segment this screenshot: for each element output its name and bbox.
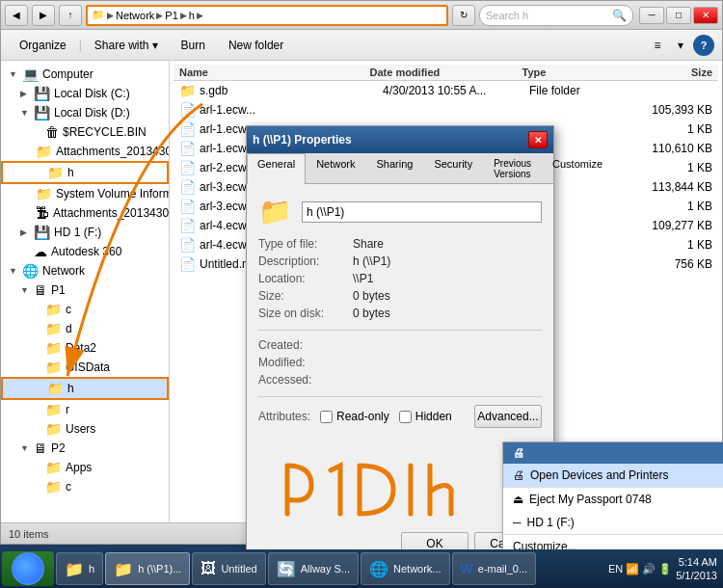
table-row[interactable]: 📄 arl-1.ecw... 105,393 KB [174,100,718,120]
back-button[interactable]: ◀ [5,5,28,26]
volume-icon: 🔊 [642,563,656,575]
taskbar-item-network2[interactable]: 🌐 Network... [361,552,450,585]
sidebar-item-data2[interactable]: 📁 Data2 [1,338,169,358]
burn-button[interactable]: Burn [171,35,216,56]
organize-button[interactable]: Organize [9,35,77,56]
help-button[interactable]: ? [693,35,714,56]
sidebar-label-h-d: h [67,166,74,179]
sidebar-item-users[interactable]: 📁 Users [1,419,169,439]
dialog-close-button[interactable]: ✕ [528,131,548,148]
address-bar[interactable]: 📁 ▶ Network ▶ P1 ▶ h ▶ [86,5,448,26]
tab-customize[interactable]: Customize [542,153,613,183]
up-button[interactable]: ↑ [59,5,82,26]
taskbar-item-email[interactable]: W e-mail_0... [452,552,537,585]
new-folder-button[interactable]: New folder [218,35,294,56]
hidden-checkbox[interactable] [399,411,412,423]
tab-security[interactable]: Security [423,153,483,183]
sidebar-label-r-share: r [66,403,69,416]
maximize-button[interactable]: □ [666,7,691,24]
dialog-title-bar: h (\\P1) Properties ✕ [247,126,553,153]
sidebar-item-attachments[interactable]: 📁 Attachments_2013430_A... [1,142,169,161]
minimize-button[interactable]: ─ [639,7,664,24]
col-date-header[interactable]: Date modified [370,67,522,78]
accessed-value [353,373,542,387]
tab-prev-versions[interactable]: Previous Versions [483,153,542,183]
sidebar-label-d-share: d [66,322,72,335]
forward-button[interactable]: ▶ [32,5,55,26]
tab-sharing[interactable]: Sharing [365,153,423,183]
sidebar-item-attachments2[interactable]: 🗜 Attachments_2013430.zi... [1,203,169,223]
sidebar-item-p1[interactable]: ▼ 🖥 P1 [1,281,169,300]
view-dropdown-button[interactable]: ▾ [670,35,691,56]
advanced-button[interactable]: Advanced... [474,405,542,428]
table-row[interactable]: 📁 s.gdb 4/30/2013 10:55 A... File folder [174,81,718,100]
taskbar-item-h[interactable]: 📁 h [56,552,103,585]
sidebar-item-p2[interactable]: ▼ 🖥 P2 [1,439,169,458]
tab-general[interactable]: General [247,153,306,184]
context-eject-label: Eject My Passport 0748 [529,493,652,506]
search-bar[interactable]: Search h 🔍 [479,5,633,26]
taskbar-label-h: h [89,563,94,575]
title-bar-left: ◀ ▶ ↑ 📁 ▶ Network ▶ P1 ▶ h ▶ ↻ Search h … [5,5,633,26]
start-button[interactable] [2,551,54,586]
sidebar-item-autodesk[interactable]: ☁ Autodesk 360 [1,242,169,261]
size-on-disk-label: Size on disk: [258,307,345,320]
sidebar-item-c-share[interactable]: 📁 c [1,300,169,319]
sidebar-label-p1: P1 [51,283,66,297]
tab-network[interactable]: Network [306,153,365,183]
sidebar-item-sysvolinfo[interactable]: 📁 System Volume Informa... [1,184,169,203]
sidebar-item-c-p2[interactable]: 📁 c [1,477,169,496]
sidebar-item-d-share[interactable]: 📁 d [1,319,169,338]
date: 5/1/2013 [676,569,717,582]
sidebar-label-recycle: $RECYCLE.BIN [63,125,147,139]
taskbar-item-untitled[interactable]: 🖼 Untitled [192,552,265,585]
share-dropdown-icon: ▾ [152,39,158,52]
sidebar-item-network[interactable]: ▼ 🌐 Network [1,261,169,281]
file-list-header: Name Date modified Type Size [174,65,718,81]
sidebar-item-r-share[interactable]: 📁 r [1,400,169,419]
address-p1: P1 [165,10,177,21]
col-size-header[interactable]: Size [636,67,712,78]
sidebar-label-attachments: Attachments_2013430_A... [56,145,169,158]
sidebar-item-h-d[interactable]: 📁 h [1,161,169,184]
sidebar-item-h-share[interactable]: 📁 h [1,377,169,400]
readonly-checkbox[interactable] [320,411,333,423]
sidebar-item-gisdata[interactable]: 📁 GISData [1,358,169,377]
size-on-disk-value: 0 bytes [353,307,542,320]
size-value: 0 bytes [353,289,542,303]
address-icon: 📁 [92,9,105,21]
taskbar-icon-email: W [461,561,473,576]
col-name-header[interactable]: Name [179,67,370,78]
col-type-header[interactable]: Type [522,67,637,78]
sidebar-item-local-d[interactable]: ▼ 💾 Local Disk (D:) [1,103,169,122]
description-value: h (\\P1) [353,254,542,268]
sidebar-label-local-c: Local Disk (C:) [54,87,130,100]
time: 5:14 AM [676,555,717,569]
dialog-name-input[interactable] [302,201,542,223]
accessed-label: Accessed: [258,373,345,387]
sidebar-item-hd1[interactable]: ▶ 💾 HD 1 (F:) [1,223,169,242]
sidebar-item-apps[interactable]: 📁 Apps [1,458,169,477]
taskbar-label-h-p1: h (\\P1)... [138,563,181,575]
dialog-attributes-row: Attributes: Read-only Hidden Advanced... [258,405,542,428]
created-value [353,338,542,352]
sidebar-item-recycle[interactable]: 🗑 $RECYCLE.BIN [1,122,169,142]
refresh-button[interactable]: ↻ [452,5,475,26]
view-toggle-button[interactable]: ≡ [647,35,668,56]
sidebar-label-hd1: HD 1 (F:) [54,226,101,239]
description-label: Description: [258,254,345,268]
context-item-open-devices[interactable]: 🖨 Open Devices and Printers [503,464,723,487]
context-item-hd1[interactable]: ─ HD 1 (F:) [503,511,723,534]
size-label: Size: [258,289,345,303]
context-item-eject[interactable]: ⏏ Eject My Passport 0748 [503,488,723,511]
dialog-name-row: 📁 [258,196,542,227]
taskbar-icon-untitled: 🖼 [201,560,216,577]
sidebar-item-local-c[interactable]: ▶ 💾 Local Disk (C:) [1,84,169,103]
system-tray: EN 📶 🔊 🔋 5:14 AM 5/1/2013 [604,555,721,583]
sidebar-item-computer[interactable]: ▼ 💻 Computer [1,65,169,84]
taskbar-item-h-p1[interactable]: 📁 h (\\P1)... [105,552,190,585]
share-with-button[interactable]: Share with ▾ [84,35,169,56]
lang-indicator: EN [608,563,623,575]
close-button[interactable]: ✕ [693,7,718,24]
taskbar-item-allway[interactable]: 🔄 Allway S... [268,552,359,585]
